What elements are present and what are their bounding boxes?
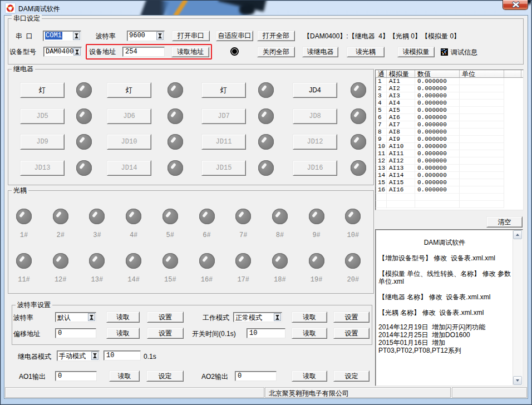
open-serial-button[interactable]: 打开串口 <box>172 31 210 41</box>
analog-row-3[interactable]: 3AI30.000000 <box>376 92 523 100</box>
switch-time-input[interactable]: 10 <box>247 328 285 338</box>
analog-cell: 0.000000 <box>415 129 460 136</box>
open-all-button[interactable]: 打开全部 <box>257 31 295 41</box>
analog-row-16[interactable]: 16AI160.000000 <box>376 186 523 194</box>
baud-read-button[interactable]: 读取 <box>106 312 140 323</box>
relay-mode-time-input[interactable]: 10 <box>104 350 141 360</box>
analog-cell: 4 <box>376 100 387 107</box>
offset-read-button[interactable]: 读取 <box>106 328 140 339</box>
switch-time-read-button[interactable]: 读取 <box>292 328 327 339</box>
relay-button-2[interactable]: 灯 <box>107 82 151 98</box>
relay-mode-combobox[interactable]: 手动模式 <box>57 350 100 361</box>
scroll-down-button[interactable] <box>513 376 522 385</box>
serial-port-dropdown-icon[interactable] <box>73 32 80 40</box>
device-model-dropdown-icon[interactable] <box>73 48 81 56</box>
device-address-input[interactable]: 254 <box>122 47 165 57</box>
ao1-input[interactable]: 0 <box>55 371 97 381</box>
ao2-input[interactable]: 0 <box>235 371 277 381</box>
relay-button-4[interactable]: JD4 <box>293 82 337 98</box>
switch-time-set-button[interactable]: 设置 <box>333 328 370 339</box>
analog-row-6[interactable]: 6AI60.000000 <box>376 114 523 121</box>
read-analog-button[interactable]: 读模拟量 <box>397 47 435 57</box>
relay-button-5[interactable]: JD5 <box>20 108 65 124</box>
read-address-button[interactable]: 读取地址 <box>171 47 209 57</box>
analog-row-10[interactable]: 10AI100.000000 <box>376 143 523 150</box>
work-mode-read-button[interactable]: 读取 <box>292 312 327 323</box>
analog-row-14[interactable]: 14AI140.000000 <box>376 172 523 179</box>
relay-button-8[interactable]: JD8 <box>293 108 337 124</box>
analog-col-header-1[interactable]: 通 <box>376 70 387 77</box>
titlebar-art-shape <box>239 4 255 15</box>
analog-col-header-2[interactable]: 模拟量 <box>387 70 415 77</box>
analog-col-header-5[interactable] <box>504 70 521 77</box>
log-content[interactable]: DAM调试软件 【增加设备型号】 修改 设备表.xml.xml【模拟量 单位、线… <box>377 231 512 384</box>
baud-rate-dropdown-icon[interactable] <box>156 32 164 40</box>
analog-row-8[interactable]: 8AI80.000000 <box>376 129 523 136</box>
opto-led-11# <box>16 253 32 269</box>
relay-button-15[interactable]: JD15 <box>201 160 246 176</box>
work-mode-set-button[interactable]: 设置 <box>333 312 370 323</box>
analog-col-header-4[interactable]: 单位 <box>460 70 504 77</box>
analog-row-2[interactable]: 2AI20.000000 <box>376 85 523 92</box>
relay-button-16[interactable]: JD16 <box>293 160 337 176</box>
scroll-up-button[interactable] <box>513 230 522 239</box>
offset-set-button[interactable]: 设置 <box>147 328 184 339</box>
relay-button-1[interactable]: 灯 <box>20 82 65 98</box>
analog-row-1[interactable]: 1AI10.000000 <box>376 78 523 85</box>
adaptive-serial-button[interactable]: 自适应串口 <box>216 31 253 41</box>
opto-led-1# <box>16 209 32 224</box>
work-mode-combobox[interactable]: 正常模式 <box>233 312 282 322</box>
baud-set-button[interactable]: 设置 <box>147 312 184 323</box>
analog-cell: AI16 <box>387 186 415 194</box>
log-scrollbar[interactable] <box>513 230 522 385</box>
relay-button-7[interactable]: JD7 <box>201 108 246 124</box>
analog-col-header-3[interactable]: 数值 <box>415 70 460 77</box>
relay-button-10[interactable]: JD10 <box>107 134 151 150</box>
analog-row-13[interactable]: 13AI130.000000 <box>376 165 523 172</box>
close-button[interactable] <box>503 0 528 10</box>
analog-row-7[interactable]: 7AI70.000000 <box>376 121 523 129</box>
relay-led-2 <box>168 82 183 98</box>
analog-row-4[interactable]: 4AI40.000000 <box>376 100 523 107</box>
analog-row-5[interactable]: 5AI50.000000 <box>376 107 523 114</box>
ao1-read-button[interactable]: 读取 <box>109 371 140 382</box>
opto-label-5#: 5# <box>156 231 184 239</box>
log-history-line: 2014年12月25日 增加DO1600 <box>378 331 511 339</box>
opto-led-18# <box>272 253 288 269</box>
opto-led-4# <box>126 209 141 224</box>
analog-row-17[interactable] <box>376 194 523 201</box>
analog-cell: AI2 <box>387 85 415 92</box>
ao2-set-button[interactable]: 设定 <box>333 371 370 382</box>
log-history: 2014年12月19日 增加闪开闪闭功能2014年12月25日 增加DO1600… <box>378 323 511 354</box>
close-all-button[interactable]: 关闭全部 <box>257 47 295 57</box>
log-line: 【光耦 名称】 修改 设备表.xml.xml <box>378 309 511 317</box>
analog-row-18[interactable] <box>376 201 523 208</box>
work-mode-dropdown-icon[interactable] <box>274 313 281 321</box>
analog-row-9[interactable]: 9AI90.000000 <box>376 136 523 143</box>
relay-button-14[interactable]: JD14 <box>107 160 151 176</box>
analog-row-12[interactable]: 12AI120.000000 <box>376 157 523 165</box>
relay-button-3[interactable]: 灯 <box>201 82 246 98</box>
baud-rate-combobox[interactable]: 9600 <box>127 31 165 41</box>
relay-button-12[interactable]: JD12 <box>293 134 337 150</box>
read-opto-button[interactable]: 读光耦 <box>347 47 385 57</box>
read-relay-button[interactable]: 读继电器 <box>302 47 338 57</box>
debug-info-label[interactable]: 调试信息 <box>451 48 477 56</box>
baud-set-dropdown-icon[interactable] <box>88 313 95 321</box>
device-model-combobox[interactable]: DAM0400 <box>43 47 82 57</box>
analog-cell <box>460 121 504 129</box>
analog-row-11[interactable]: 11AI110.000000 <box>376 150 523 157</box>
ao2-read-button[interactable]: 读取 <box>292 371 327 382</box>
serial-port-combobox[interactable]: COM1 <box>43 31 81 41</box>
relay-button-13[interactable]: JD13 <box>20 160 65 176</box>
offset-address-input[interactable]: 0 <box>55 328 96 338</box>
clear-button[interactable]: 清空 <box>486 216 523 228</box>
relay-mode-dropdown-icon[interactable] <box>91 352 98 360</box>
relay-button-11[interactable]: JD11 <box>201 134 246 150</box>
ao1-set-button[interactable]: 设定 <box>146 371 184 382</box>
relay-button-9[interactable]: JD9 <box>20 134 65 150</box>
device-info-text: 【DAM0400】:【继电器 4】【光耦 0】【模拟量 0】 <box>303 32 460 40</box>
relay-button-6[interactable]: JD6 <box>107 108 151 124</box>
baud-set-combobox[interactable]: 默认 <box>55 312 96 322</box>
analog-row-15[interactable]: 15AI150.000000 <box>376 179 523 186</box>
